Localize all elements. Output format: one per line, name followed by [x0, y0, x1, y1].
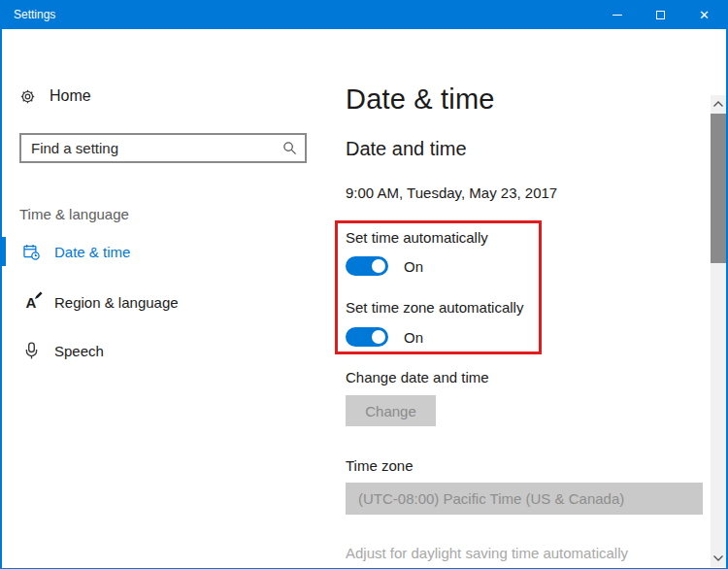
window-border-left	[0, 0, 2, 569]
scrollbar-thumb[interactable]	[711, 114, 726, 263]
dst-label: Adjust for daylight saving time automati…	[346, 545, 628, 561]
change-date-time-label: Change date and time	[346, 369, 489, 385]
set-time-label: Set time automatically	[346, 229, 488, 246]
time-zone-value: (UTC-08:00) Pacific Time (US & Canada)	[358, 490, 624, 507]
toggle-knob	[372, 330, 385, 344]
maximize-button[interactable]	[639, 0, 682, 29]
set-timezone-toggle-row: On	[346, 327, 423, 347]
scroll-up-button[interactable]	[711, 95, 726, 112]
set-time-state: On	[404, 258, 423, 275]
settings-window: Settings ✕ Home	[0, 0, 728, 569]
current-datetime: 9:00 AM, Tuesday, May 23, 2017	[346, 184, 557, 201]
set-time-toggle[interactable]	[346, 256, 388, 276]
change-button[interactable]: Change	[346, 395, 436, 426]
maximize-icon	[656, 11, 665, 19]
minimize-button[interactable]	[595, 0, 639, 29]
close-icon: ✕	[699, 9, 710, 21]
title-bar: Settings ✕	[0, 0, 728, 29]
scrollbar[interactable]	[711, 95, 726, 567]
set-timezone-label: Set time zone automatically	[346, 299, 523, 316]
minimize-icon	[612, 15, 622, 16]
set-time-toggle-row: On	[346, 256, 423, 276]
close-button[interactable]: ✕	[682, 0, 726, 29]
page-title: Date & time	[346, 84, 495, 116]
set-timezone-state: On	[404, 329, 423, 346]
section-title: Date and time	[346, 138, 467, 160]
time-zone-dropdown[interactable]: (UTC-08:00) Pacific Time (US & Canada)	[346, 483, 703, 515]
scroll-down-button[interactable]	[711, 550, 726, 566]
toggle-knob	[372, 259, 385, 273]
time-zone-label: Time zone	[346, 457, 413, 474]
main-content: Date & time Date and time 9:00 AM, Tuesd…	[0, 29, 728, 569]
set-timezone-toggle[interactable]	[346, 327, 388, 347]
window-title: Settings	[14, 8, 55, 21]
window-controls: ✕	[595, 0, 726, 29]
